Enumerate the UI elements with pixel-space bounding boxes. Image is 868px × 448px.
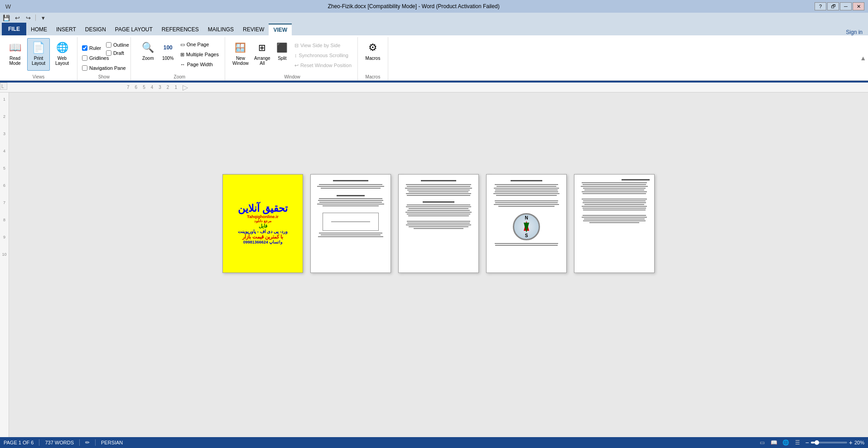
zoom-out-btn[interactable]: − — [805, 439, 809, 446]
title-bar: W Zheo-Fizik.docx [Compatibility Mode] -… — [0, 0, 868, 13]
sign-in-button[interactable]: Sign in — [842, 29, 866, 35]
macros-group-label: Macros — [366, 74, 381, 80]
tab-mailings[interactable]: MAILINGS — [203, 24, 238, 35]
ruler-checkbox[interactable]: Ruler — [81, 44, 102, 52]
collapse-ribbon-button[interactable]: ▲ — [860, 54, 866, 62]
undo-quick-btn[interactable]: ↩ — [13, 14, 22, 22]
view-side-by-side-button[interactable]: ⊟ View Side by Side — [292, 41, 354, 50]
read-mode-icon: 📖 — [8, 40, 22, 55]
word-count-text: 737 WORDS — [45, 440, 74, 445]
redo-quick-btn[interactable]: ↪ — [24, 14, 33, 22]
language-text: PERSIAN — [101, 440, 123, 445]
ruler-area: L 7 6 5 4 3 2 1 ▷ — [0, 83, 868, 93]
tab-design[interactable]: DESIGN — [81, 24, 111, 35]
web-view-status-btn[interactable]: 🌐 — [782, 438, 790, 447]
ruler-corner: L — [0, 83, 7, 90]
zoom-group: 🔍 Zoom 100 100% ▭ One Page ⊞ Multiple Pa… — [131, 37, 225, 80]
reset-window-position-button[interactable]: ↩ Reset Window Position — [292, 61, 354, 70]
show-group-label: Show — [98, 74, 110, 80]
p2-l2 — [317, 186, 384, 187]
page-4: N S — [486, 174, 567, 273]
zoom-level-text: 20% — [854, 440, 864, 445]
customize-quick-btn[interactable]: ▾ — [39, 14, 48, 22]
tab-references[interactable]: REFERENCES — [157, 24, 203, 35]
tab-insert[interactable]: INSERT — [52, 24, 81, 35]
zoom-100-button[interactable]: 100 100% — [160, 38, 176, 71]
multiple-pages-button[interactable]: ⊞ Multiple Pages — [178, 50, 221, 59]
web-layout-icon: 🌐 — [55, 40, 69, 55]
page-2 — [310, 174, 391, 273]
tab-review[interactable]: REVIEW — [238, 24, 269, 35]
one-page-button[interactable]: ▭ One Page — [178, 40, 221, 49]
page-3 — [398, 174, 479, 273]
read-view-status-btn[interactable]: 📖 — [770, 438, 778, 447]
page-width-button[interactable]: ↔ Page Width — [178, 60, 221, 69]
zoom-in-btn[interactable]: + — [849, 439, 853, 446]
page-info: PAGE 1 OF 6 — [4, 440, 34, 445]
macros-button[interactable]: ⚙ Macros — [362, 38, 384, 71]
restore-button[interactable]: 🗗 — [827, 2, 839, 10]
arrange-all-button[interactable]: ⊞ ArrangeAll — [252, 38, 272, 71]
quick-access-toolbar: 💾 ↩ ↪ ▾ — [0, 13, 868, 23]
page4-content: N S — [487, 175, 566, 273]
zoom-100-label: 100% — [162, 56, 174, 61]
p2-subtitle — [337, 195, 365, 196]
window-buttons: 🪟 NewWindow ⊞ ArrangeAll ⬛ Split ⊟ View … — [231, 38, 354, 74]
tab-view[interactable]: VIEW — [269, 24, 292, 35]
page1-phone: 09981366624 واتساپ — [243, 240, 283, 244]
tab-home[interactable]: HOME — [26, 24, 52, 35]
p2-l3 — [321, 188, 381, 189]
reset-window-position-icon: ↩ — [294, 63, 299, 68]
new-window-button[interactable]: 🪟 NewWindow — [231, 38, 251, 71]
save-quick-btn[interactable]: 💾 — [2, 14, 11, 22]
macros-label: Macros — [366, 56, 381, 61]
ruler-numbers: 7 6 5 4 3 2 1 ▷ — [9, 83, 188, 92]
zoom-button[interactable]: 🔍 Zoom — [138, 38, 158, 71]
status-sep-2 — [79, 439, 80, 446]
navigation-pane-checkbox[interactable]: Navigation Pane — [81, 64, 127, 72]
qa-separator — [35, 15, 36, 21]
outline-checkbox[interactable]: Outline — [105, 41, 130, 49]
tab-page-layout[interactable]: PAGE LAYOUT — [111, 24, 157, 35]
page1-url: Tahqighonline.ir — [247, 214, 278, 219]
zoom-slider[interactable] — [811, 442, 847, 443]
p2-table — [323, 213, 379, 231]
new-window-label: NewWindow — [232, 56, 249, 66]
minimize-button[interactable]: ─ — [840, 2, 852, 10]
p2-l9 — [319, 233, 382, 234]
views-group: 📖 ReadMode 📄 PrintLayout 🌐 WebLayout Vie… — [0, 37, 77, 80]
zoom-slider-fill — [811, 442, 815, 443]
read-mode-button[interactable]: 📖 ReadMode — [4, 38, 26, 71]
show-group: Ruler Gridlines Navigation Pane Outline … — [77, 37, 131, 80]
window-group: 🪟 NewWindow ⊞ ArrangeAll ⬛ Split ⊟ View … — [225, 37, 358, 80]
split-label: Split — [278, 56, 286, 61]
tab-file[interactable]: FILE — [2, 23, 26, 35]
page2-content — [311, 175, 391, 273]
web-layout-button[interactable]: 🌐 WebLayout — [51, 38, 73, 71]
split-button[interactable]: ⬛ Split — [274, 38, 290, 71]
help-button[interactable]: ? — [815, 2, 826, 10]
outline-view-status-btn[interactable]: ☰ — [794, 438, 802, 447]
one-page-label: One Page — [187, 42, 209, 47]
view-side-by-side-label: View Side by Side — [300, 43, 340, 48]
p5-title — [622, 179, 650, 180]
page-info-text: PAGE 1 OF 6 — [4, 440, 34, 445]
web-layout-label: WebLayout — [55, 56, 69, 66]
window-controls: ? 🗗 ─ ✕ — [815, 2, 864, 10]
arrange-all-label: ArrangeAll — [254, 56, 270, 66]
page1-content: تحقیق آنلاین Tahqighonline.ir مرجع دانلو… — [223, 175, 303, 273]
views-group-label: Views — [33, 74, 45, 80]
view-side-by-side-icon: ⊟ — [294, 43, 299, 49]
print-layout-button[interactable]: 📄 PrintLayout — [27, 38, 50, 71]
print-view-status-btn[interactable]: ▭ — [758, 438, 767, 447]
p2-l1 — [319, 184, 382, 185]
main-content[interactable]: 1 2 3 4 5 6 7 8 9 10 تحقیق آنلاین Tahqig… — [0, 93, 868, 437]
page3-content — [399, 175, 478, 273]
synchronous-scrolling-button[interactable]: ↕ Synchronous Scrolling — [292, 51, 354, 60]
close-button[interactable]: ✕ — [853, 2, 864, 10]
page1-title: تحقیق آنلاین — [238, 203, 288, 214]
read-mode-label: ReadMode — [9, 56, 20, 66]
p2-l5 — [318, 200, 383, 201]
draft-checkbox[interactable]: Draft — [105, 49, 130, 57]
ribbon-content: 📖 ReadMode 📄 PrintLayout 🌐 WebLayout Vie… — [0, 35, 868, 81]
